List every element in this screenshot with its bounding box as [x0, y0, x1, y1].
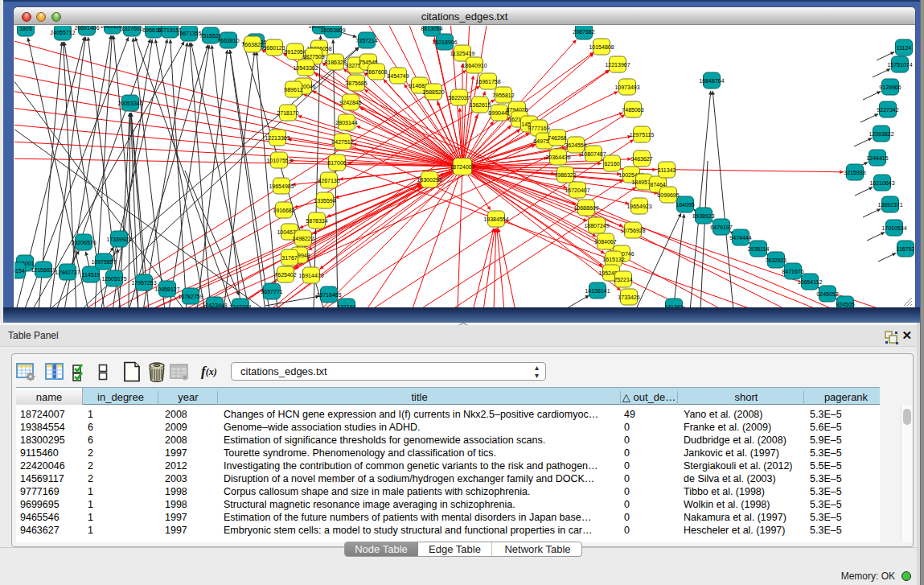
- svg-text:12975115: 12975115: [630, 132, 655, 138]
- svg-text:17339924: 17339924: [106, 237, 131, 242]
- svg-text:7663822: 7663822: [241, 42, 263, 47]
- svg-text:9242845: 9242845: [339, 100, 361, 105]
- svg-text:31767: 31767: [281, 255, 298, 261]
- svg-text:16914479: 16914479: [298, 273, 323, 278]
- svg-text:12942737: 12942737: [55, 270, 80, 275]
- svg-text:7663810: 7663810: [217, 38, 239, 43]
- svg-text:1362615: 1362615: [469, 102, 491, 108]
- svg-text:311343: 311343: [658, 167, 676, 173]
- svg-text:14136141: 14136141: [585, 288, 610, 294]
- svg-text:2087682: 2087682: [573, 29, 594, 35]
- svg-text:9827503: 9827503: [302, 54, 324, 60]
- svg-text:19218906: 19218906: [432, 39, 457, 45]
- svg-text:9245052: 9245052: [816, 291, 838, 297]
- svg-text:10688609: 10688609: [573, 205, 598, 211]
- svg-text:16053809: 16053809: [320, 27, 345, 33]
- svg-text:164095: 164095: [676, 202, 694, 208]
- svg-text:20053346: 20053346: [117, 101, 142, 106]
- svg-text:10958127: 10958127: [154, 286, 179, 292]
- svg-text:1916682: 1916682: [273, 208, 294, 213]
- svg-text:19384554: 19384554: [483, 216, 508, 222]
- svg-text:2867608: 2867608: [365, 69, 387, 75]
- svg-text:7632621: 7632621: [765, 257, 786, 263]
- svg-text:8660123: 8660123: [263, 45, 285, 51]
- svg-text:18640910: 18640910: [462, 63, 487, 68]
- svg-text:39154: 39154: [14, 268, 25, 274]
- svg-text:7986322: 7986322: [554, 172, 576, 178]
- svg-text:10973493: 10973493: [614, 84, 639, 90]
- svg-text:817006: 817006: [327, 160, 346, 166]
- svg-text:252214: 252214: [614, 277, 632, 282]
- svg-text:1498222: 1498222: [292, 236, 314, 241]
- svg-text:16671355: 16671355: [176, 31, 201, 36]
- svg-text:8471676: 8471676: [782, 269, 803, 274]
- svg-text:7955812: 7955812: [492, 93, 514, 98]
- svg-text:12093822: 12093822: [869, 131, 893, 137]
- svg-text:10543362: 10543362: [293, 65, 318, 71]
- svg-text:1615132: 1615132: [602, 257, 624, 262]
- svg-text:8427512: 8427512: [331, 139, 353, 145]
- svg-text:13716485: 13716485: [316, 292, 341, 298]
- svg-text:114519: 114519: [82, 272, 101, 278]
- svg-text:5822037: 5822037: [448, 95, 470, 101]
- svg-text:9657771: 9657771: [261, 289, 282, 295]
- svg-text:1244415: 1244415: [866, 155, 888, 161]
- svg-text:20206576: 20206576: [71, 240, 96, 245]
- svg-text:9129966: 9129966: [879, 84, 901, 90]
- svg-text:7357214: 7357214: [355, 38, 377, 43]
- svg-text:2803144: 2803144: [335, 120, 357, 126]
- svg-text:12156819: 12156819: [31, 267, 55, 273]
- svg-text:6099695: 6099695: [657, 192, 679, 198]
- svg-text:3875685: 3875685: [345, 80, 367, 86]
- svg-text:924505: 924505: [836, 302, 854, 307]
- svg-text:17010534: 17010534: [881, 225, 906, 231]
- svg-text:1805: 1805: [19, 26, 32, 31]
- svg-text:18724007: 18724007: [450, 164, 474, 170]
- svg-text:10756928: 10756928: [620, 228, 645, 233]
- svg-text:10975857: 10975857: [91, 259, 116, 265]
- svg-text:15720407: 15720407: [565, 187, 589, 193]
- svg-text:20364436: 20364436: [545, 154, 570, 160]
- svg-text:989612: 989612: [284, 87, 302, 93]
- svg-text:20691406: 20691406: [74, 26, 99, 31]
- svg-text:1733426: 1733426: [618, 295, 639, 300]
- svg-text:3624554: 3624554: [565, 142, 586, 148]
- svg-text:62160: 62160: [604, 161, 620, 167]
- svg-text:7625402: 7625402: [274, 272, 296, 278]
- svg-text:10654112: 10654112: [798, 279, 823, 285]
- svg-text:8267130: 8267130: [318, 178, 339, 183]
- svg-text:2935114: 2935114: [748, 246, 770, 252]
- svg-text:10154808: 10154808: [589, 44, 614, 50]
- svg-text:1327602: 1327602: [121, 26, 142, 31]
- svg-text:9777169: 9777169: [528, 126, 549, 131]
- svg-text:3215938: 3215938: [844, 170, 865, 175]
- svg-text:12213967: 12213967: [605, 62, 630, 68]
- svg-text:746266: 746266: [548, 135, 566, 141]
- svg-text:1335594: 1335594: [314, 198, 335, 204]
- svg-text:8938923: 8938923: [692, 213, 714, 219]
- svg-text:16961758: 16961758: [475, 79, 500, 84]
- svg-text:9463627: 9463627: [630, 156, 652, 162]
- svg-text:13692371: 13692371: [877, 202, 902, 208]
- svg-text:11124: 11124: [897, 45, 912, 51]
- svg-text:10807487: 10807487: [581, 151, 606, 157]
- svg-text:9474444: 9474444: [729, 235, 751, 241]
- svg-text:19654985: 19654985: [269, 183, 294, 189]
- svg-text:8813054: 8813054: [421, 26, 442, 31]
- svg-text:9084067: 9084067: [594, 239, 616, 245]
- svg-text:12505175: 12505175: [101, 276, 126, 282]
- svg-text:17957253: 17957253: [131, 280, 156, 286]
- svg-text:1588520: 1588520: [422, 89, 444, 95]
- svg-text:18300295: 18300295: [417, 177, 441, 183]
- svg-text:9227342: 9227342: [877, 107, 898, 113]
- svg-text:116753: 116753: [897, 246, 914, 252]
- svg-text:5878334: 5878334: [306, 218, 327, 224]
- svg-text:87464: 87464: [650, 182, 666, 187]
- svg-text:15751074: 15751074: [887, 62, 912, 68]
- svg-text:16848764: 16848764: [699, 78, 724, 84]
- svg-text:7485063: 7485063: [622, 107, 643, 113]
- svg-text:18807249: 18807249: [584, 223, 609, 229]
- svg-text:10107553: 10107553: [266, 158, 291, 163]
- svg-text:8186328: 8186328: [324, 60, 346, 65]
- svg-text:2718170: 2718170: [277, 110, 298, 116]
